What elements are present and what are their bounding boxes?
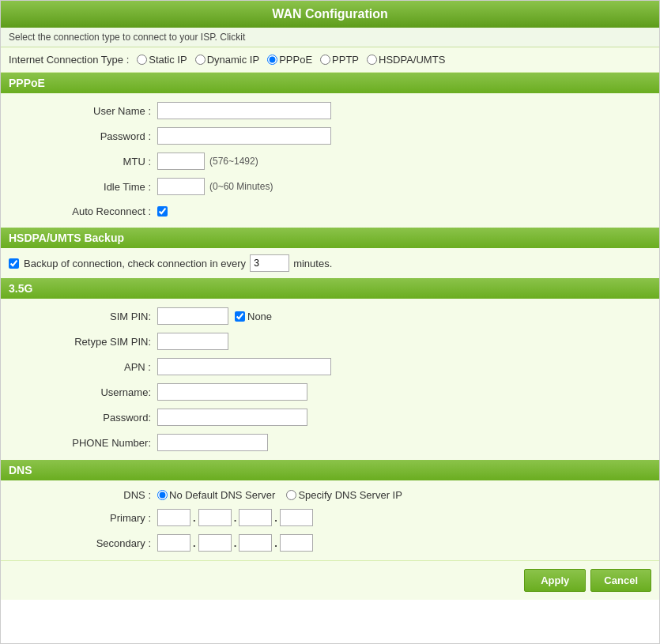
dns-no-default-input[interactable]: [157, 490, 168, 500]
dns-secondary-row: Secondary : . . .: [1, 530, 659, 555]
dns-secondary-octet4[interactable]: [280, 534, 313, 552]
radio-static-ip-input[interactable]: [137, 55, 147, 65]
pppoe-section-body: User Name : Password : MTU : (576~1492) …: [1, 93, 659, 228]
pppoe-mtu-label: MTU :: [9, 156, 151, 168]
hsdpa-backup-label: Backup of connection, check connection i…: [24, 258, 246, 269]
pppoe-mtu-row: MTU : (576~1492): [1, 149, 659, 174]
radio-static-ip-label: Static IP: [149, 54, 187, 66]
dns-no-default-radio[interactable]: No Default DNS Server: [157, 489, 275, 501]
info-bar: Select the connection type to connect to…: [1, 28, 659, 47]
pppoe-idletime-label: Idle Time :: [9, 181, 151, 193]
pppoe-username-label: User Name :: [9, 105, 151, 117]
apn-input[interactable]: [157, 358, 331, 375]
dns-secondary-octet2[interactable]: [198, 534, 232, 552]
hsdpa-backup-row: Backup of connection, check connection i…: [1, 248, 659, 278]
threeg-password-input[interactable]: [157, 409, 307, 426]
pppoe-autoreconnect-checkbox[interactable]: [157, 206, 168, 217]
wan-config-page: WAN Configuration Select the connection …: [0, 0, 660, 644]
radio-hsdpa-input[interactable]: [367, 55, 377, 65]
hsdpa-backup-checkbox[interactable]: [9, 258, 19, 269]
sim-pin-row: SIM PIN: None: [1, 303, 659, 329]
threeg-section-body: SIM PIN: None Retype SIM PIN: APN : User…: [1, 299, 659, 460]
dns-specify-label: Specify DNS Server IP: [298, 489, 402, 501]
page-title: WAN Configuration: [1, 1, 659, 28]
dns-secondary-octet1[interactable]: [157, 534, 190, 552]
dns-primary-label: Primary :: [9, 512, 151, 524]
dns-primary-octet3[interactable]: [239, 509, 272, 526]
sim-pin-label: SIM PIN:: [9, 311, 151, 322]
connection-type-row: Internet Connection Type : Static IP Dyn…: [1, 47, 659, 73]
dns-primary-row: Primary : . . .: [1, 505, 659, 530]
retype-sim-label: Retype SIM PIN:: [9, 336, 151, 348]
apn-label: APN :: [9, 361, 151, 373]
radio-group: Static IP Dynamic IP PPPoE PPTP HSDPA/UM…: [137, 54, 448, 66]
radio-pppoe-label: PPPoE: [279, 54, 312, 66]
ip-dot-2: .: [234, 512, 237, 524]
threeg-password-label: Password:: [9, 412, 151, 424]
threeg-section-header: 3.5G: [1, 278, 659, 299]
cancel-button[interactable]: Cancel: [590, 569, 651, 592]
apply-button[interactable]: Apply: [524, 569, 586, 592]
dns-secondary-label: Secondary :: [9, 537, 151, 549]
radio-pppoe[interactable]: PPPoE: [267, 54, 312, 66]
ip-dot-5: .: [234, 537, 237, 549]
pppoe-username-input[interactable]: [157, 102, 331, 119]
retype-sim-row: Retype SIM PIN:: [1, 329, 659, 354]
dns-specify-input[interactable]: [286, 490, 296, 500]
pppoe-idletime-row: Idle Time : (0~60 Minutes): [1, 174, 659, 199]
pppoe-password-label: Password :: [9, 130, 151, 142]
dns-label: DNS :: [9, 489, 151, 501]
radio-hsdpa-label: HSDPA/UMTS: [379, 54, 445, 66]
phone-input[interactable]: [157, 434, 268, 451]
ip-dot-1: .: [193, 512, 196, 524]
apn-row: APN :: [1, 354, 659, 379]
threeg-password-row: Password:: [1, 405, 659, 430]
pppoe-autoreconnect-row: Auto Reconnect :: [1, 199, 659, 223]
radio-dynamic-ip[interactable]: Dynamic IP: [195, 54, 259, 66]
radio-static-ip[interactable]: Static IP: [137, 54, 187, 66]
dns-no-default-label: No Default DNS Server: [169, 489, 275, 501]
dns-primary-octet1[interactable]: [157, 509, 190, 526]
dns-secondary-octet3[interactable]: [239, 534, 272, 552]
sim-pin-none-label: None: [247, 311, 272, 322]
radio-pptp-label: PPTP: [332, 54, 359, 66]
phone-label: PHONE Number:: [9, 437, 151, 449]
pppoe-password-input[interactable]: [157, 127, 331, 145]
radio-hsdpa[interactable]: HSDPA/UMTS: [367, 54, 445, 66]
connection-type-label: Internet Connection Type :: [9, 54, 129, 66]
ip-dot-6: .: [274, 537, 277, 549]
hsdpa-backup-interval-input[interactable]: [250, 254, 289, 272]
radio-pptp[interactable]: PPTP: [320, 54, 359, 66]
pppoe-password-row: Password :: [1, 123, 659, 149]
pppoe-username-row: User Name :: [1, 98, 659, 123]
radio-dynamic-ip-input[interactable]: [195, 55, 206, 65]
none-check-group: None: [235, 311, 272, 322]
ip-dot-4: .: [193, 537, 196, 549]
pppoe-mtu-input[interactable]: [157, 153, 205, 170]
sim-pin-none-checkbox[interactable]: [235, 311, 245, 322]
pppoe-autoreconnect-label: Auto Reconnect :: [9, 205, 151, 217]
dns-primary-octet2[interactable]: [198, 509, 232, 526]
threeg-username-input[interactable]: [157, 383, 307, 401]
radio-pppoe-input[interactable]: [267, 55, 277, 65]
dns-primary-ip-group: . . .: [157, 509, 313, 526]
pppoe-idletime-input[interactable]: [157, 178, 205, 195]
pppoe-mtu-hint: (576~1492): [209, 156, 258, 167]
dns-type-row: DNS : No Default DNS Server Specify DNS …: [1, 485, 659, 505]
retype-sim-input[interactable]: [157, 333, 228, 350]
radio-pptp-input[interactable]: [320, 55, 330, 65]
dns-secondary-ip-group: . . .: [157, 534, 313, 552]
button-row: Apply Cancel: [1, 560, 659, 600]
phone-row: PHONE Number:: [1, 430, 659, 455]
dns-section-body: DNS : No Default DNS Server Specify DNS …: [1, 480, 659, 560]
threeg-username-row: Username:: [1, 379, 659, 405]
threeg-username-label: Username:: [9, 386, 151, 398]
pppoe-section-header: PPPoE: [1, 73, 659, 93]
dns-specify-radio[interactable]: Specify DNS Server IP: [286, 489, 402, 501]
hsdpa-backup-section-header: HSDPA/UMTS Backup: [1, 228, 659, 248]
hsdpa-backup-suffix: minutes.: [293, 258, 332, 269]
ip-dot-3: .: [274, 512, 277, 524]
radio-dynamic-ip-label: Dynamic IP: [207, 54, 259, 66]
dns-primary-octet4[interactable]: [280, 509, 313, 526]
sim-pin-input[interactable]: [157, 307, 228, 325]
